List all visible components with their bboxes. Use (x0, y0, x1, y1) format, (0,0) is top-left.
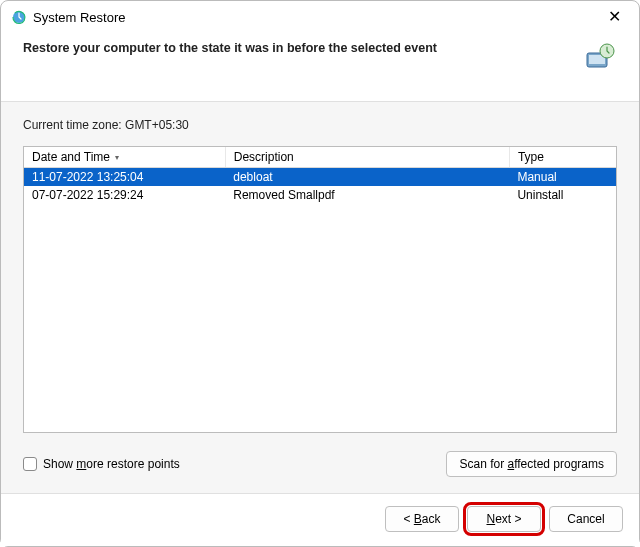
cell-description: debloat (225, 168, 509, 187)
cancel-button[interactable]: Cancel (549, 506, 623, 532)
cell-datetime: 11-07-2022 13:25:04 (24, 168, 225, 187)
table-header-row[interactable]: Date and Time ▾ Description Type (24, 147, 616, 168)
col-description[interactable]: Description (225, 147, 509, 168)
next-button[interactable]: Next > (467, 506, 541, 532)
col-type[interactable]: Type (509, 147, 616, 168)
restore-icon (11, 9, 27, 25)
window-title: System Restore (33, 10, 594, 25)
cell-type: Uninstall (509, 186, 616, 204)
cell-datetime: 07-07-2022 15:29:24 (24, 186, 225, 204)
titlebar: System Restore ✕ (1, 1, 639, 31)
header-panel: Restore your computer to the state it wa… (1, 31, 639, 102)
show-more-checkbox[interactable]: Show more restore points (23, 457, 180, 471)
footer: < Back Next > Cancel (1, 493, 639, 546)
cell-description: Removed Smallpdf (225, 186, 509, 204)
checkbox-icon[interactable] (23, 457, 37, 471)
table-row[interactable]: 11-07-2022 13:25:04debloatManual (24, 168, 616, 187)
page-title: Restore your computer to the state it wa… (23, 41, 583, 55)
back-button[interactable]: < Back (385, 506, 459, 532)
system-restore-window: System Restore ✕ Restore your computer t… (0, 0, 640, 547)
sort-desc-icon: ▾ (115, 153, 119, 162)
table-row[interactable]: 07-07-2022 15:29:24Removed SmallpdfUnins… (24, 186, 616, 204)
show-more-label: Show more restore points (43, 457, 180, 471)
scan-affected-button[interactable]: Scan for affected programs (446, 451, 617, 477)
col-datetime[interactable]: Date and Time ▾ (24, 147, 225, 168)
restore-graphic-icon (583, 41, 617, 75)
cell-type: Manual (509, 168, 616, 187)
table-empty-area (24, 204, 616, 432)
timezone-label: Current time zone: GMT+05:30 (23, 118, 617, 132)
restore-points-table: Date and Time ▾ Description Type 11-07-2… (23, 146, 617, 433)
body-panel: Current time zone: GMT+05:30 Date and Ti… (1, 102, 639, 493)
close-icon[interactable]: ✕ (600, 7, 629, 27)
options-row: Show more restore points Scan for affect… (23, 451, 617, 477)
